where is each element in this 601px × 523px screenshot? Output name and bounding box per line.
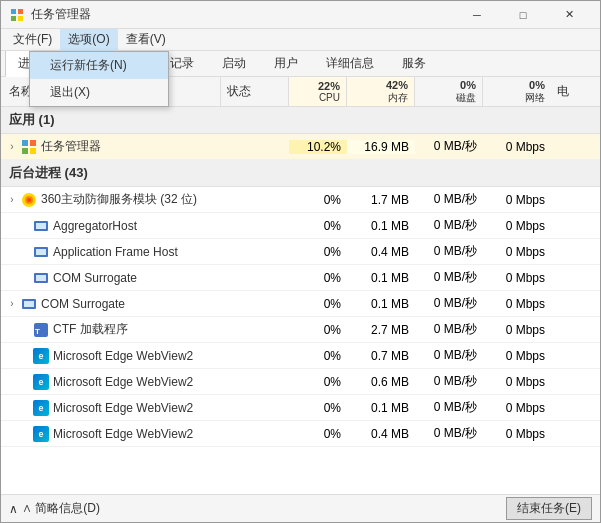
process-table-body: 应用 (1)›任务管理器10.2%16.9 MB0 MB/秒0 Mbps后台进程… — [1, 107, 600, 494]
svg-rect-0 — [11, 9, 16, 14]
cell-disk: 0 MB/秒 — [415, 321, 483, 338]
cell-net: 0 Mbps — [483, 323, 551, 337]
col-header-mem[interactable]: 42% 内存 — [347, 77, 415, 106]
process-name-text: Application Frame Host — [53, 245, 178, 259]
process-name-text: 任务管理器 — [41, 138, 101, 155]
table-row[interactable]: eMicrosoft Edge WebView20%0.1 MB0 MB/秒0 … — [1, 395, 600, 421]
svg-rect-1 — [18, 9, 23, 14]
process-name-text: AggregatorHost — [53, 219, 137, 233]
dropdown-exit[interactable]: 退出(X) — [30, 79, 168, 106]
cell-mem: 0.1 MB — [347, 297, 415, 311]
col-header-disk[interactable]: 0% 磁盘 — [415, 77, 483, 106]
cell-process-name: eMicrosoft Edge WebView2 — [1, 348, 221, 364]
table-row[interactable]: COM Surrogate0%0.1 MB0 MB/秒0 Mbps — [1, 265, 600, 291]
maximize-button[interactable]: □ — [500, 1, 546, 29]
cell-net: 0 Mbps — [483, 271, 551, 285]
end-task-button[interactable]: 结束任务(E) — [506, 497, 592, 520]
cell-process-name: ›COM Surrogate — [1, 296, 221, 312]
collapse-icon: ∧ — [9, 502, 18, 516]
options-dropdown: 运行新任务(N) 退出(X) — [29, 51, 169, 107]
status-bar-info[interactable]: ∧ ∧ 简略信息(D) — [9, 500, 100, 517]
app-icon — [9, 7, 25, 23]
table-row[interactable]: Application Frame Host0%0.4 MB0 MB/秒0 Mb… — [1, 239, 600, 265]
close-button[interactable]: ✕ — [546, 1, 592, 29]
title-bar: 任务管理器 ─ □ ✕ — [1, 1, 600, 29]
cell-net: 0 Mbps — [483, 193, 551, 207]
cell-process-name: eMicrosoft Edge WebView2 — [1, 374, 221, 390]
cell-cpu: 0% — [289, 349, 347, 363]
section-header-bg-processes: 后台进程 (43) — [1, 160, 600, 187]
table-row[interactable]: ›360主动防御服务模块 (32 位)0%1.7 MB0 MB/秒0 Mbps — [1, 187, 600, 213]
svg-rect-18 — [24, 301, 34, 307]
process-name-text: Microsoft Edge WebView2 — [53, 349, 193, 363]
svg-point-10 — [27, 198, 31, 202]
cell-cpu: 0% — [289, 401, 347, 415]
dropdown-run-task[interactable]: 运行新任务(N) — [30, 52, 168, 79]
expand-button[interactable]: › — [5, 140, 19, 154]
cell-process-name: Application Frame Host — [1, 244, 221, 260]
cell-process-name: TCTF 加载程序 — [1, 321, 221, 338]
svg-rect-16 — [36, 275, 46, 281]
cell-cpu: 0% — [289, 323, 347, 337]
tab-services[interactable]: 服务 — [389, 50, 439, 76]
table-row[interactable]: eMicrosoft Edge WebView20%0.6 MB0 MB/秒0 … — [1, 369, 600, 395]
col-header-cpu[interactable]: 22% CPU — [289, 77, 347, 106]
cell-disk: 0 MB/秒 — [415, 295, 483, 312]
expand-button[interactable]: › — [5, 193, 19, 207]
cell-process-name: AggregatorHost — [1, 218, 221, 234]
col-header-status[interactable]: 状态 — [221, 77, 289, 106]
cell-cpu: 10.2% — [289, 140, 347, 154]
table-row[interactable]: ›COM Surrogate0%0.1 MB0 MB/秒0 Mbps — [1, 291, 600, 317]
svg-rect-2 — [11, 16, 16, 21]
cell-disk: 0 MB/秒 — [415, 138, 483, 155]
cell-net: 0 Mbps — [483, 297, 551, 311]
process-name-text: CTF 加载程序 — [53, 321, 128, 338]
status-bar-actions: 结束任务(E) — [506, 497, 592, 520]
tab-startup[interactable]: 启动 — [209, 50, 259, 76]
svg-rect-3 — [18, 16, 23, 21]
menu-options[interactable]: 选项(O) — [60, 29, 117, 51]
cell-mem: 0.1 MB — [347, 219, 415, 233]
cell-disk: 0 MB/秒 — [415, 425, 483, 442]
svg-rect-6 — [22, 148, 28, 154]
cell-disk: 0 MB/秒 — [415, 269, 483, 286]
cell-cpu: 0% — [289, 271, 347, 285]
col-header-power[interactable]: 电 — [551, 77, 600, 106]
cell-disk: 0 MB/秒 — [415, 191, 483, 208]
svg-rect-4 — [22, 140, 28, 146]
cell-mem: 16.9 MB — [347, 140, 415, 154]
cell-process-name: ›360主动防御服务模块 (32 位) — [1, 191, 221, 208]
cell-process-name: eMicrosoft Edge WebView2 — [1, 426, 221, 442]
svg-rect-5 — [30, 140, 36, 146]
cell-cpu: 0% — [289, 427, 347, 441]
tab-details[interactable]: 详细信息 — [313, 50, 387, 76]
menu-file[interactable]: 文件(F) — [5, 29, 60, 51]
table-row[interactable]: eMicrosoft Edge WebView20%0.4 MB0 MB/秒0 … — [1, 421, 600, 447]
section-header-apps: 应用 (1) — [1, 107, 600, 134]
expand-button[interactable]: › — [5, 297, 19, 311]
menu-view[interactable]: 查看(V) — [118, 29, 174, 51]
col-header-net[interactable]: 0% 网络 — [483, 77, 551, 106]
cell-mem: 1.7 MB — [347, 193, 415, 207]
table-row[interactable]: TCTF 加载程序0%2.7 MB0 MB/秒0 Mbps — [1, 317, 600, 343]
process-name-text: 360主动防御服务模块 (32 位) — [41, 191, 197, 208]
table-row[interactable]: ›任务管理器10.2%16.9 MB0 MB/秒0 Mbps — [1, 134, 600, 160]
tab-users[interactable]: 用户 — [261, 50, 311, 76]
minimize-button[interactable]: ─ — [454, 1, 500, 29]
process-name-text: COM Surrogate — [53, 271, 137, 285]
cell-disk: 0 MB/秒 — [415, 347, 483, 364]
process-name-text: Microsoft Edge WebView2 — [53, 375, 193, 389]
table-row[interactable]: AggregatorHost0%0.1 MB0 MB/秒0 Mbps — [1, 213, 600, 239]
cell-net: 0 Mbps — [483, 349, 551, 363]
status-bar-label[interactable]: ∧ 简略信息(D) — [22, 500, 100, 517]
cell-mem: 0.4 MB — [347, 427, 415, 441]
table-row[interactable]: eMicrosoft Edge WebView20%0.7 MB0 MB/秒0 … — [1, 343, 600, 369]
cell-mem: 2.7 MB — [347, 323, 415, 337]
menu-bar: 文件(F) 选项(O) 查看(V) 运行新任务(N) 退出(X) — [1, 29, 600, 51]
cell-net: 0 Mbps — [483, 219, 551, 233]
process-name-text: Microsoft Edge WebView2 — [53, 427, 193, 441]
cell-cpu: 0% — [289, 193, 347, 207]
cell-net: 0 Mbps — [483, 375, 551, 389]
cell-net: 0 Mbps — [483, 245, 551, 259]
cell-process-name: COM Surrogate — [1, 270, 221, 286]
